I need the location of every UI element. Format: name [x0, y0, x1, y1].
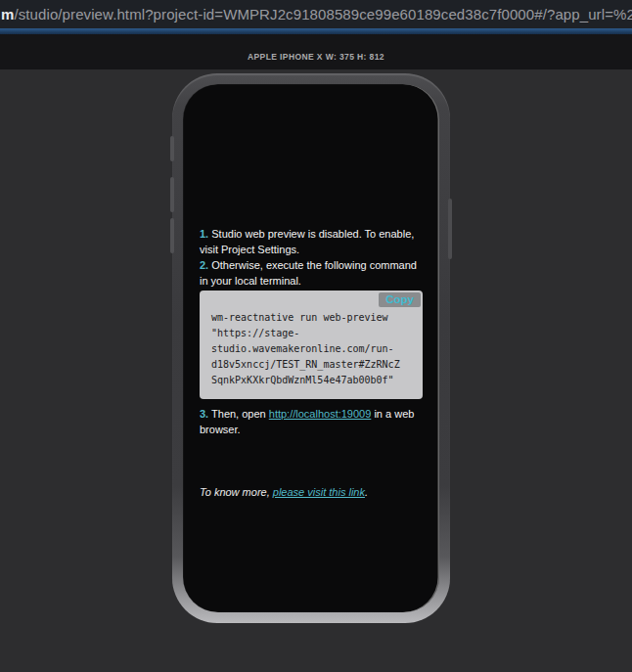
page-url: m/studio/preview.html?project-id=WMPRJ2c… — [1, 6, 632, 22]
volume-up-button — [170, 177, 174, 212]
preview-instructions: 1. Studio web preview is disabled. To en… — [200, 226, 423, 500]
know-more-note: To know more, please visit this link. — [200, 484, 423, 500]
power-button — [448, 199, 452, 259]
know-more-text-before: To know more, — [200, 486, 273, 498]
step-2-number: 2. — [200, 259, 208, 271]
step-1: 1. Studio web preview is disabled. To en… — [200, 226, 423, 257]
mute-switch — [170, 136, 174, 161]
volume-down-button — [170, 218, 174, 253]
terminal-command-text: wm-reactnative run web-preview "https://… — [211, 310, 411, 388]
phone-screen: 1. Studio web preview is disabled. To en… — [183, 84, 439, 612]
step-2: 2. Otherwise, execute the following comm… — [200, 257, 423, 289]
url-domain-fragment: m — [1, 6, 14, 22]
browser-url-bar[interactable]: m/studio/preview.html?project-id=WMPRJ2c… — [0, 0, 632, 28]
step-3-number: 3. — [200, 408, 208, 420]
terminal-command-block: Copy wm-reactnative run web-preview "htt… — [200, 291, 423, 399]
step-3: 3. Then, open http://localhost:19009 in … — [200, 406, 423, 437]
device-toolbar: APPLE IPHONE X W: 375 H: 812 — [0, 34, 632, 69]
preview-workspace: 1. Studio web preview is disabled. To en… — [0, 69, 632, 672]
url-path: /studio/preview.html?project-id=WMPRJ2c9… — [14, 6, 632, 22]
step-2-text: Otherwise, execute the following command… — [200, 259, 417, 287]
know-more-link[interactable]: please visit this link — [273, 486, 365, 498]
step-1-text: Studio web preview is disabled. To enabl… — [200, 228, 414, 255]
device-dimensions-label: APPLE IPHONE X W: 375 H: 812 — [248, 42, 384, 62]
localhost-link[interactable]: http://localhost:19009 — [269, 408, 372, 420]
copy-button[interactable]: Copy — [379, 292, 421, 307]
step-1-number: 1. — [200, 228, 208, 240]
know-more-text-after: . — [365, 486, 368, 498]
step-3-text-before: Then, open — [211, 408, 269, 420]
iphone-x-frame: 1. Studio web preview is disabled. To en… — [172, 73, 450, 623]
